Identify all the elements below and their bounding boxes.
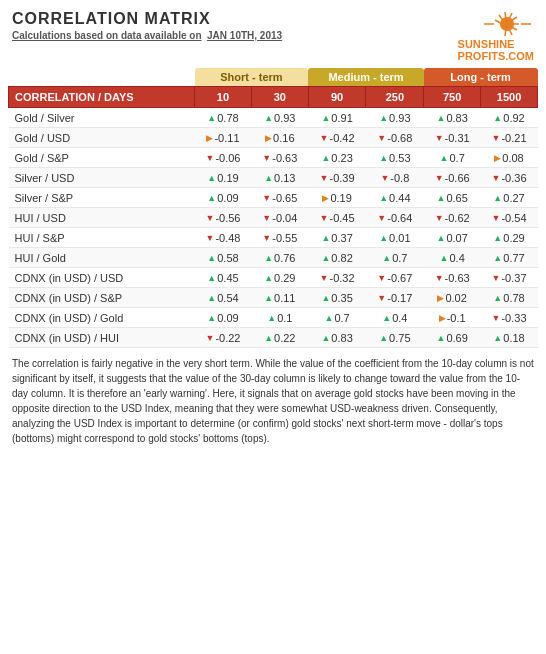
data-cell: ▼-0.63	[424, 268, 481, 288]
row-label: CDNX (in USD) / S&P	[9, 288, 195, 308]
arrow-icon: ▼	[492, 173, 501, 183]
cell-value: ▶0.02	[437, 292, 466, 304]
arrow-icon: ▲	[379, 193, 388, 203]
arrow-icon: ▲	[207, 253, 216, 263]
cell-value: ▼-0.48	[205, 232, 240, 244]
cell-value: ▲0.11	[264, 292, 295, 304]
cell-value: ▲0.29	[264, 272, 295, 284]
arrow-icon: ▼	[320, 173, 329, 183]
arrow-icon: ▲	[207, 293, 216, 303]
data-cell: ▼-0.37	[481, 268, 538, 288]
data-cell: ▼-0.55	[251, 228, 308, 248]
arrow-icon: ▼	[492, 273, 501, 283]
subtitle-date: JAN 10TH, 2013	[207, 30, 282, 41]
cell-value: ▲0.09	[207, 192, 238, 204]
cell-value: ▼-0.42	[320, 132, 355, 144]
cell-value: ▲0.18	[493, 332, 524, 344]
cell-value: ▼-0.8	[380, 172, 409, 184]
arrow-icon: ▼	[492, 133, 501, 143]
data-cell: ▼-0.17	[366, 288, 424, 308]
arrow-icon: ▲	[382, 313, 391, 323]
arrow-icon: ▲	[321, 113, 330, 123]
col-header-30: 30	[251, 87, 308, 108]
arrow-icon: ▲	[379, 233, 388, 243]
data-cell: ▼-0.04	[251, 208, 308, 228]
arrow-icon: ▲	[267, 313, 276, 323]
arrow-icon: ▲	[493, 253, 502, 263]
cell-value: ▼-0.32	[320, 272, 355, 284]
data-cell: ▲0.35	[308, 288, 366, 308]
data-cell: ▲0.29	[481, 228, 538, 248]
cell-value: ▲0.75	[379, 332, 410, 344]
cell-value: ▲0.83	[436, 112, 467, 124]
arrow-icon: ▲	[264, 173, 273, 183]
row-label: Gold / USD	[9, 128, 195, 148]
data-cell: ▼-0.21	[481, 128, 538, 148]
cell-value: ▼-0.04	[262, 212, 297, 224]
cell-value: ▼-0.39	[320, 172, 355, 184]
arrow-icon: ▲	[382, 253, 391, 263]
correlation-table: Short - term Medium - term Long - term C…	[8, 68, 538, 348]
cell-value: ▲0.09	[207, 312, 238, 324]
cell-value: ▲0.53	[379, 152, 410, 164]
table-row: CDNX (in USD) / USD▲0.45▲0.29▼-0.32▼-0.6…	[9, 268, 538, 288]
cell-value: ▼-0.65	[262, 192, 297, 204]
arrow-icon: ▼	[205, 333, 214, 343]
arrow-icon: ▲	[207, 173, 216, 183]
arrow-icon: ▲	[440, 153, 449, 163]
arrow-icon: ▲	[264, 293, 273, 303]
data-cell: ▲0.1	[251, 308, 308, 328]
data-cell: ▼-0.33	[481, 308, 538, 328]
data-cell: ▲0.65	[424, 188, 481, 208]
data-cell: ▲0.4	[424, 248, 481, 268]
cell-value: ▲0.4	[382, 312, 407, 324]
arrow-icon: ▲	[436, 113, 445, 123]
cell-value: ▲0.91	[321, 112, 352, 124]
arrow-icon: ▲	[207, 113, 216, 123]
cell-value: ▲0.1	[267, 312, 292, 324]
cell-value: ▲0.45	[207, 272, 238, 284]
sun-icon	[479, 10, 534, 38]
table-row: CDNX (in USD) / Gold▲0.09▲0.1▲0.7▲0.4▶-0…	[9, 308, 538, 328]
row-label: Silver / S&P	[9, 188, 195, 208]
data-cell: ▶-0.1	[424, 308, 481, 328]
cell-value: ▼-0.36	[492, 172, 527, 184]
arrow-icon: ▲	[207, 313, 216, 323]
row-label: Gold / Silver	[9, 108, 195, 128]
header: CORRELATION MATRIX Calculations based on…	[0, 0, 546, 68]
cell-value: ▲0.69	[436, 332, 467, 344]
data-cell: ▶0.08	[481, 148, 538, 168]
data-cell: ▼-0.42	[308, 128, 366, 148]
cell-value: ▲0.76	[264, 252, 295, 264]
cell-value: ▲0.7	[325, 312, 350, 324]
data-cell: ▼-0.36	[481, 168, 538, 188]
arrow-icon: ▼	[320, 133, 329, 143]
cell-value: ▼-0.55	[262, 232, 297, 244]
data-cell: ▲0.83	[308, 328, 366, 348]
cell-value: ▲0.65	[436, 192, 467, 204]
data-cell: ▲0.13	[251, 168, 308, 188]
arrow-icon: ▲	[436, 233, 445, 243]
arrow-icon: ▼	[262, 193, 271, 203]
cell-value: ▲0.83	[321, 332, 352, 344]
cell-value: ▲0.93	[264, 112, 295, 124]
arrow-icon: ▲	[321, 333, 330, 343]
cell-value: ▶0.08	[494, 152, 523, 164]
data-cell: ▲0.27	[481, 188, 538, 208]
data-cell: ▲0.23	[308, 148, 366, 168]
subtitle: Calculations based on data available on …	[12, 30, 282, 41]
cell-value: ▼-0.66	[435, 172, 470, 184]
table-row: Silver / S&P▲0.09▼-0.65▶0.19▲0.44▲0.65▲0…	[9, 188, 538, 208]
cell-value: ▼-0.37	[492, 272, 527, 284]
col-header-250: 250	[366, 87, 424, 108]
logo-text: SUNSHINE PROFITS.COM	[458, 38, 534, 62]
arrow-icon: ▲	[207, 273, 216, 283]
arrow-icon: ▲	[493, 333, 502, 343]
arrow-icon: ▲	[493, 113, 502, 123]
data-cell: ▲0.18	[481, 328, 538, 348]
cell-value: ▼-0.45	[320, 212, 355, 224]
arrow-icon: ▲	[493, 233, 502, 243]
arrow-icon: ▼	[205, 213, 214, 223]
cell-value: ▲0.7	[382, 252, 407, 264]
short-term-header: Short - term	[195, 68, 309, 87]
